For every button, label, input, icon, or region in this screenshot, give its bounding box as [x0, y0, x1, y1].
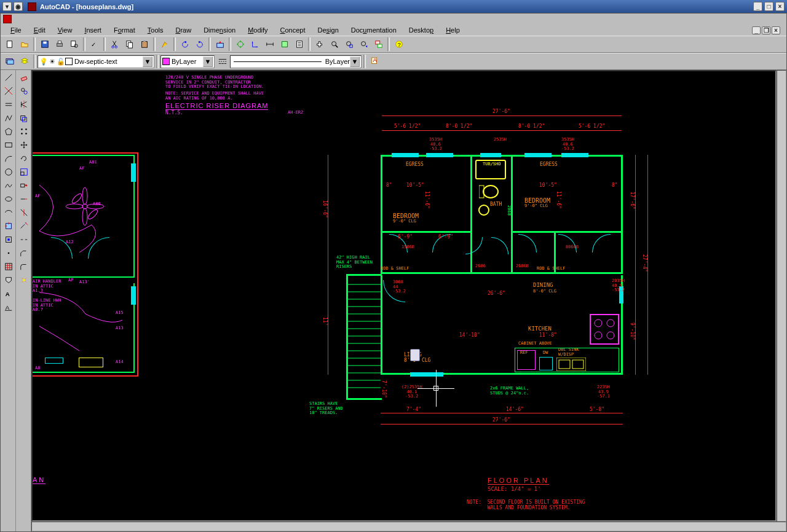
dim: 27'-6": [492, 109, 510, 115]
pan-button[interactable]: [312, 37, 326, 51]
menu-raw[interactable]: Draw: [169, 26, 197, 34]
break-tool[interactable]: [17, 233, 31, 246]
copy-button[interactable]: [122, 37, 136, 51]
ucs-button[interactable]: [248, 37, 262, 51]
ellipsearc-tool[interactable]: [1, 206, 15, 219]
chamfer-tool[interactable]: [17, 246, 31, 260]
stretch-tool[interactable]: [17, 179, 31, 192]
wm-sticky-button[interactable]: ◉: [14, 2, 23, 11]
xline-tool[interactable]: [1, 84, 15, 98]
menu-desktop[interactable]: Desktop: [403, 26, 440, 34]
zoomwin-button[interactable]: [342, 37, 356, 51]
spline-tool[interactable]: [1, 179, 15, 192]
color-dropdown[interactable]: ByLayer ▼: [160, 55, 215, 68]
menu-iew[interactable]: View: [52, 26, 79, 34]
save-button[interactable]: [38, 37, 52, 51]
paste-button[interactable]: [137, 37, 151, 51]
make-layer-current-button[interactable]: [2, 55, 17, 68]
cut-button[interactable]: [108, 37, 122, 51]
wm-menu-button[interactable]: ▾: [2, 2, 12, 11]
horizontal-scrollbar[interactable]: [31, 522, 786, 531]
properties-button[interactable]: A: [368, 55, 382, 68]
ellipse-tool[interactable]: [1, 192, 15, 206]
wm-close-button[interactable]: ×: [775, 2, 785, 11]
help-button[interactable]: ?: [392, 37, 406, 51]
dim-line: [647, 155, 648, 375]
mdi-restore-button[interactable]: ❐: [762, 26, 770, 34]
undo-button[interactable]: [178, 37, 192, 51]
wm-minimize-button[interactable]: _: [753, 2, 762, 11]
menu-odify[interactable]: Modify: [242, 26, 274, 34]
wm-maximize-button[interactable]: □: [764, 2, 773, 11]
props-button[interactable]: [371, 37, 386, 51]
launch-button[interactable]: [213, 37, 227, 51]
offset-tool[interactable]: [17, 111, 31, 125]
autocad-doc-icon[interactable]: [3, 15, 12, 23]
move-tool[interactable]: [17, 138, 31, 152]
vertical-scrollbar[interactable]: [777, 70, 786, 522]
dist-button[interactable]: [263, 37, 277, 51]
layer-dropdown[interactable]: 💡 ☀ 🔓 Dw-septic-text ▼: [38, 55, 154, 68]
line-tool[interactable]: [1, 71, 15, 84]
menu-dimension[interactable]: Dimension: [197, 26, 242, 34]
svg-point-70: [23, 279, 25, 281]
trim-tool[interactable]: [17, 206, 31, 219]
mline-tool[interactable]: [1, 98, 15, 111]
open-button[interactable]: [17, 37, 31, 51]
arc-tool[interactable]: [1, 152, 15, 165]
lengthen-tool[interactable]: [17, 192, 31, 206]
dropdown-arrow-icon[interactable]: ▼: [203, 57, 213, 67]
preview-button[interactable]: [67, 37, 81, 51]
dtext-tool[interactable]: A: [1, 300, 15, 314]
zoomrt-button[interactable]: [327, 37, 341, 51]
menu-elp[interactable]: Help: [440, 26, 466, 34]
dim: 5'-8": [590, 407, 604, 413]
menu-ile[interactable]: File: [4, 26, 28, 34]
fillet-tool[interactable]: [17, 260, 31, 273]
menu-ools[interactable]: Tools: [141, 26, 170, 34]
scale-tool[interactable]: [17, 165, 31, 179]
dropdown-arrow-icon[interactable]: ▼: [350, 57, 360, 67]
menu-format[interactable]: Format: [108, 26, 141, 34]
spell-button[interactable]: ✓: [87, 37, 101, 51]
insert-tool[interactable]: [1, 219, 15, 233]
menu-oncept[interactable]: Concept: [274, 26, 312, 34]
dropdown-arrow-icon[interactable]: ▼: [143, 57, 152, 67]
point-tool[interactable]: [1, 246, 15, 260]
print-button[interactable]: [52, 37, 66, 51]
menu-dit[interactable]: Edit: [28, 26, 52, 34]
rect-tool[interactable]: [1, 138, 15, 152]
layers-button[interactable]: [17, 55, 31, 68]
extend-tool[interactable]: [17, 219, 31, 233]
linetype-dropdown[interactable]: ByLayer ▼: [230, 55, 362, 68]
menu-nsert[interactable]: Insert: [78, 26, 108, 34]
zoomprev-button[interactable]: [357, 37, 371, 51]
erase-tool[interactable]: [17, 71, 31, 84]
menu-documentation[interactable]: Documentation: [345, 26, 403, 34]
new-button[interactable]: [2, 37, 17, 51]
copy-tool[interactable]: [17, 84, 31, 98]
array-tool[interactable]: [17, 125, 31, 138]
linetype-button[interactable]: [215, 55, 229, 68]
pline-tool[interactable]: [1, 111, 15, 125]
mdi-close-button[interactable]: ×: [772, 26, 780, 34]
mirror-tool[interactable]: [17, 98, 31, 111]
menu-design[interactable]: Design: [312, 26, 345, 34]
object-properties-toolbar: 💡 ☀ 🔓 Dw-septic-text ▼ ByLayer ▼ ByLayer…: [1, 53, 786, 70]
hatch-tool[interactable]: [1, 260, 15, 273]
polygon-tool[interactable]: [1, 125, 15, 138]
mtext-tool[interactable]: A: [1, 287, 15, 300]
area-button[interactable]: [277, 37, 291, 51]
mdi-minimize-button[interactable]: _: [752, 26, 761, 34]
block-tool[interactable]: [1, 233, 15, 246]
rotate-tool[interactable]: [17, 152, 31, 165]
match-button[interactable]: [157, 37, 172, 51]
explode-tool[interactable]: [17, 273, 31, 287]
region-tool[interactable]: [1, 273, 15, 287]
drawing-canvas[interactable]: 120/240 V SINGLE PHASE UNDERGROUND SERVI…: [31, 70, 777, 522]
osnap-button[interactable]: [233, 37, 247, 51]
window-tag: 2235H 43.9 -57.1: [597, 385, 610, 399]
redo-button[interactable]: [192, 37, 207, 51]
list-button[interactable]: [292, 37, 306, 51]
circle-tool[interactable]: [1, 165, 15, 179]
